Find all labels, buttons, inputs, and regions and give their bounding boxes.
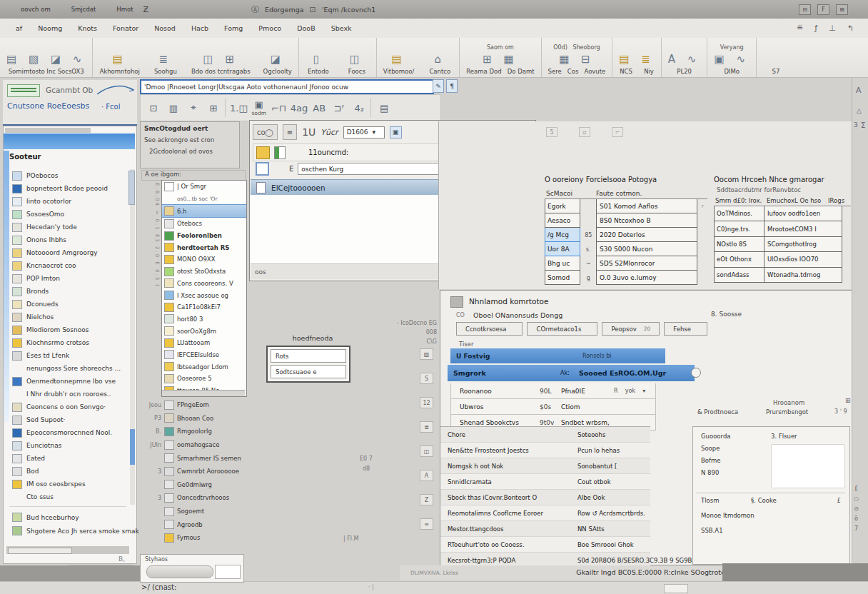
tree-item[interactable]: Jeou FPngeEom <box>147 398 254 412</box>
dialog-list-row[interactable]: Ubwros $0s Ctiom <box>450 399 656 415</box>
sidebar-item[interactable]: Shgotere Aco Jh serca smoke smak <box>4 524 131 538</box>
sidebar-item[interactable]: POebocos <box>4 169 131 182</box>
sidebar-horizontal-scrollbar-thumb[interactable] <box>8 548 72 554</box>
menubar-tool-icon[interactable]: ≝ <box>797 24 803 33</box>
strip-tool-icon[interactable]: ◫ <box>420 446 433 457</box>
tree-item[interactable]: JUIn oomahogsace <box>147 438 254 452</box>
table-row[interactable]: Egork S01 Komod Aaflos r <box>545 199 707 213</box>
dialog-side-icon[interactable]: 7 <box>854 525 858 532</box>
panel-mini-icon[interactable]: ▫ <box>579 127 590 137</box>
table-cell-code[interactable]: Bhg uc <box>545 256 580 271</box>
preferences-button[interactable]: & Prodtnoeca <box>697 408 738 416</box>
tree-item[interactable]: IEFCEElsuldse <box>162 349 246 361</box>
sidebar-item[interactable]: linto ocotorlor <box>4 195 131 208</box>
titlebar-menu-item[interactable]: Smjcdat <box>69 4 96 16</box>
menu-item[interactable]: Knots <box>78 24 97 32</box>
menu-item[interactable]: Fonator <box>113 24 138 32</box>
detail-row[interactable]: Reomotalimns Cooflcme Eoroer Row ↺ Acrds… <box>440 505 650 521</box>
dialog-tab[interactable]: Ccnotkrsoesa <box>456 322 523 336</box>
list-header-row[interactable]: U Fostvig Ronsels bi <box>450 348 665 363</box>
tree-item[interactable]: soorOoXg8m <box>162 325 246 337</box>
tree-item[interactable]: LUattooam <box>162 337 246 349</box>
styles-pill-control[interactable] <box>146 565 213 578</box>
sidebar-item[interactable]: Notoooord Amgroorgy <box>4 246 131 259</box>
table-row[interactable]: NOstlo 8S SComgothotlrog <box>714 237 851 252</box>
dialog-tab[interactable]: Peopsov 20 <box>602 322 660 336</box>
table-cell-code[interactable]: Somod <box>545 271 580 285</box>
font-tool-icon[interactable]: A <box>856 86 862 95</box>
sidebar-item[interactable]: Bronds <box>4 285 131 298</box>
table-cell-code[interactable]: /g Mcg <box>545 228 580 242</box>
dialog-list-row[interactable]: Roonanoo 90L Pfna0IE R yok ▾ <box>450 383 656 399</box>
ribbon-group[interactable]: ▯ Entodo <box>298 38 338 77</box>
strip-tool-icon[interactable]: ≡ <box>420 518 433 530</box>
table-cell-key[interactable]: OoTMdinos. <box>714 206 764 221</box>
table-row[interactable]: Somod g O.0 3uvo e.lumoy <box>545 271 707 285</box>
tree-item[interactable]: hort80 3 <box>162 313 246 326</box>
command-prompt-text[interactable]: >/ (cnast: <box>141 583 176 591</box>
sigma-icon[interactable]: Σ <box>861 121 865 129</box>
ribbon-group[interactable]: Veryang ▣ ∿ DIMo <box>707 38 756 77</box>
strip-tool-icon[interactable]: A <box>420 470 433 481</box>
note-box-row[interactable]: Sodtcsuaoe e <box>271 365 346 378</box>
window-control-icon[interactable]: F <box>817 4 829 15</box>
tree-item[interactable]: | Or Smgr <box>162 181 246 193</box>
tree-item[interactable]: 3 Cwmnrbt Aoroooooe <box>147 465 254 478</box>
mini-panel-option[interactable]: Seo ackrongro est cron <box>144 136 214 144</box>
numeric-tool-icon[interactable]: 3 <box>854 121 858 129</box>
detail-row[interactable]: Snnidlcramata Cout otbok <box>440 474 650 490</box>
table-cell-code[interactable]: Uor 8A <box>545 242 580 256</box>
ribbon-group[interactable]: ▤ Akhomntohoj <box>92 38 146 77</box>
sidebar-selected-header[interactable] <box>4 134 135 149</box>
ribbon-group[interactable]: ▤ ▧ ◪ ∿ Somimtosto Inc SocsOX3 <box>0 38 92 77</box>
ribbon-group[interactable]: O0d) Sheoborg ▦ ⊟ Sere Cos Aovute <box>541 38 612 77</box>
tree-item[interactable]: Otebocs <box>162 218 246 230</box>
toolbar-icon-button[interactable]: ⌖ <box>185 99 202 117</box>
sidebar-item[interactable]: Eunciotnas <box>4 439 131 452</box>
detail-row[interactable]: Nen&tte Frrosteont Joestcs Pcun lo hehas <box>440 443 650 458</box>
menubar-tool-icon[interactable]: ƒ <box>814 24 817 33</box>
tree-header[interactable]: A oe ibgom: <box>141 170 246 181</box>
styles-input-box[interactable] <box>215 565 241 579</box>
table-cell-value[interactable]: S30 S000 Nucon <box>596 242 697 256</box>
sidebar-item[interactable]: Bud hceeburhoy <box>4 510 131 524</box>
tree-item[interactable]: I Xsec aosoue og <box>162 289 246 301</box>
sidebar-item[interactable]: bopneteort Bcdoe peooid <box>4 182 131 195</box>
sidebar-scrollbar-thumb-blue[interactable] <box>130 429 135 465</box>
sidebar-item[interactable]: Bod <box>4 465 131 478</box>
ribbon-group[interactable]: ◫ Foocs <box>338 38 376 77</box>
toolbar-icon-button[interactable]: ⊡ <box>145 99 162 117</box>
field-row[interactable]: Monoe Itmdomon <box>693 512 848 527</box>
toolbar-icon-button[interactable]: 4₂ <box>350 99 368 117</box>
selected-row-radio[interactable] <box>691 368 701 378</box>
ribbon-group[interactable]: Saom om ⊞ ▦ Reama Dod Do Damt <box>459 38 540 77</box>
tree-item[interactable]: herdtoertah RS <box>162 241 246 253</box>
sidebar-item[interactable]: Sed Supoot· <box>4 413 131 426</box>
toolbar-icon-button[interactable]: ▤ <box>370 99 393 117</box>
ribbon-group[interactable]: ▤ ≣ NCS Niy <box>612 38 661 77</box>
triangle-icon[interactable]: △ <box>857 107 862 114</box>
sidebar-item[interactable]: Hecedan'y tode <box>4 221 131 233</box>
table-cell-value[interactable]: UlOxsdios IOO70 <box>764 252 842 267</box>
tree-item[interactable]: MONO O9XX <box>162 253 246 266</box>
tree-item[interactable]: Sogoemt <box>147 505 254 518</box>
list-icon[interactable]: ≡ <box>283 124 297 140</box>
sidebar-item[interactable]: Epeoconsmorocnned Nool. <box>4 426 131 439</box>
grid-icon[interactable]: ⊞ <box>845 397 851 404</box>
tree-item[interactable]: Ca1F1o08kEi7 <box>162 301 246 313</box>
dialog-side-icon[interactable]: ○ <box>854 495 859 502</box>
dialog-side-icon[interactable]: ö <box>854 515 858 522</box>
menu-item[interactable]: Noomg <box>38 24 62 32</box>
address-bar[interactable]: 'Dmoo |Rnoeoet Longr|Utscgaa Aoto vothon… <box>140 79 434 94</box>
detail-row[interactable]: RToeuhurt'oto oo Cooess. Boe Smroooi Gho… <box>440 537 650 553</box>
tree-item[interactable]: Srmarhmer IS semen <box>147 451 254 465</box>
menubar-tool-icon[interactable]: ⊥ <box>829 24 836 33</box>
sidebar-item[interactable]: Eses td Lfenk <box>4 349 131 362</box>
sidebar-item[interactable]: Onons Ihbhs <box>4 233 131 246</box>
filter-dropdown[interactable]: D1606 ▾ <box>343 126 385 139</box>
ribbon-group[interactable]: ≣ Soohgu <box>146 38 185 77</box>
tree-item[interactable]: Fymous <box>147 531 254 545</box>
tree-item[interactable]: Ooseoroe 5 <box>162 373 246 385</box>
titlebar-center-label-b[interactable]: 'Eqm /kcovnch1 <box>322 6 376 14</box>
panel-mini-icon[interactable]: 5 <box>546 127 557 137</box>
